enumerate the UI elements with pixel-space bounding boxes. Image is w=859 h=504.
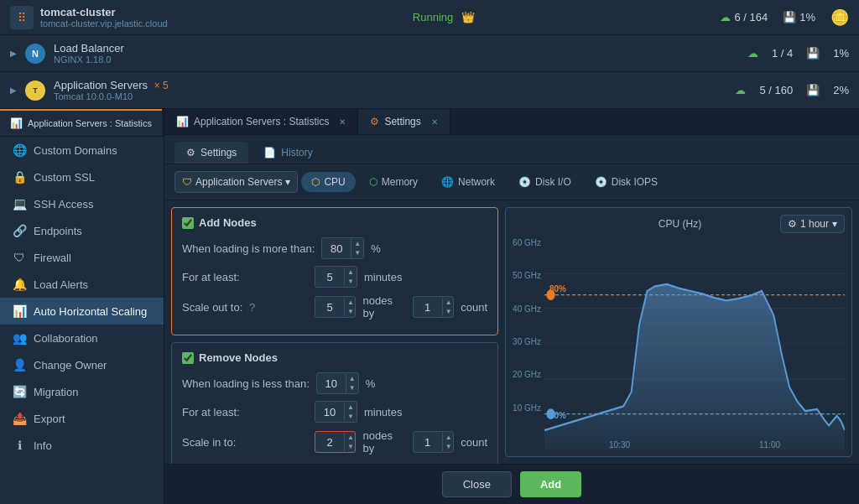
add-button[interactable]: Add [520, 471, 581, 497]
remove-loading-input[interactable]: ▲ ▼ [316, 372, 359, 394]
remove-forat-down[interactable]: ▼ [345, 412, 357, 421]
add-scaleby-input[interactable]: ▲ ▼ [413, 296, 454, 318]
add-scaleto-input[interactable]: ▲ ▼ [315, 296, 356, 318]
remove-loading-down[interactable]: ▼ [346, 383, 358, 392]
sidebar-item-change-owner[interactable]: 👤 Change Owner [0, 351, 164, 378]
sidebar-item-collaboration[interactable]: 👥 Collaboration [0, 325, 164, 351]
sidebar-item-info[interactable]: ℹ Info [0, 432, 164, 459]
remove-scaleto-value[interactable] [315, 436, 344, 449]
tab-statistics[interactable]: 📊 Application Servers : Statistics [0, 109, 162, 136]
y-label-40: 40 GHz [513, 304, 541, 314]
sidebar-item-load-alerts[interactable]: 🔔 Load Alerts [0, 271, 164, 298]
remove-scaleby-up[interactable]: ▲ [443, 433, 454, 442]
add-forat-up[interactable]: ▲ [345, 268, 357, 277]
chart-time-arrow: ▾ [832, 218, 837, 230]
sidebar-item-custom-domains[interactable]: 🌐 Custom Domains [0, 137, 164, 164]
remove-scaleby-down[interactable]: ▼ [443, 442, 454, 451]
close-button[interactable]: Close [442, 471, 512, 497]
remove-forat-value[interactable] [315, 406, 344, 418]
lb-expand-arrow[interactable]: ▶ [10, 49, 17, 58]
remove-scaleby-value[interactable] [414, 436, 442, 449]
remove-forat-unit: minutes [364, 406, 403, 418]
add-scaleto-up[interactable]: ▲ [345, 298, 356, 307]
remove-loading-up[interactable]: ▲ [346, 374, 358, 383]
migration-label: Migration [34, 386, 78, 398]
remove-forat-input[interactable]: ▲ ▼ [315, 401, 357, 423]
add-loading-row: When loading is more than: ▲ ▼ % [182, 237, 487, 259]
history-subtab-label: History [281, 147, 312, 158]
stats-close-icon[interactable]: ✕ [339, 117, 346, 127]
add-scaleto-down[interactable]: ▼ [345, 307, 356, 316]
custom-ssl-label: Custom SSL [34, 171, 95, 184]
as-count-badge: × 5 [154, 80, 169, 91]
sidebar-item-auto-scaling[interactable]: 📊 Auto Horizontal Scaling [0, 298, 164, 325]
panel-tab-bar: 📊 Application Servers : Statistics ✕ ⚙ S… [164, 109, 859, 135]
add-scaleby-value[interactable] [414, 301, 442, 314]
top-bar: ⠿ tomcat-cluster tomcat-cluster.vip.jela… [0, 0, 859, 35]
add-loading-value[interactable] [322, 242, 351, 255]
subtab-settings[interactable]: ⚙ Settings [174, 142, 248, 164]
metric-tab-memory[interactable]: ⬡ Memory [359, 172, 428, 192]
metric-tab-disk-io[interactable]: 💿 Disk I/O [508, 172, 581, 192]
server-selector[interactable]: 🛡 Application Servers ▾ [174, 171, 298, 193]
lb-disk-icon: 💾 [806, 47, 820, 60]
tab-settings-panel[interactable]: ⚙ Settings ✕ [358, 109, 450, 134]
chart-time-selector[interactable]: ⚙ 1 hour ▾ [780, 215, 845, 233]
sidebar-item-export[interactable]: 📤 Export [0, 405, 164, 432]
remove-scaleto-input[interactable]: ▲ ▼ [315, 431, 356, 453]
as-info: Application Servers × 5 Tomcat 10.0.0-M1… [54, 79, 169, 101]
remove-scaleto-down[interactable]: ▼ [345, 442, 356, 451]
metric-tab-cpu[interactable]: ⬡ CPU [301, 172, 355, 192]
export-icon: 📤 [12, 412, 27, 425]
settings-subtab-label: Settings [200, 147, 237, 158]
sidebar-item-custom-ssl[interactable]: 🔒 Custom SSL [0, 164, 164, 190]
load-balancer-row[interactable]: ▶ N Load Balancer NGINX 1.18.0 ☁ 1 / 4 💾… [0, 35, 859, 72]
add-scaleto-label: Scale out to: ? [182, 301, 308, 314]
remove-forat-up[interactable]: ▲ [345, 403, 357, 412]
remove-scaleby-input[interactable]: ▲ ▼ [413, 431, 454, 453]
remove-scaleby-unit: count [461, 436, 487, 449]
add-scaleto-value[interactable] [315, 301, 344, 314]
add-loading-input[interactable]: ▲ ▼ [321, 237, 364, 259]
add-forat-value[interactable] [315, 271, 344, 283]
collaboration-label: Collaboration [34, 332, 98, 345]
remove-loading-value[interactable] [317, 377, 346, 390]
cpu-tab-icon: ⬡ [311, 176, 320, 188]
status-section: Running 👑 [168, 11, 721, 23]
remove-nodes-title: Remove Nodes [199, 351, 278, 364]
add-forat-down[interactable]: ▼ [345, 277, 357, 286]
add-loading-up[interactable]: ▲ [351, 239, 363, 248]
status-crown-icon: 👑 [461, 11, 475, 23]
change-owner-icon: 👤 [12, 358, 27, 372]
metric-tab-disk-iops[interactable]: 💿 Disk IOPS [585, 172, 668, 192]
add-scaleby-up[interactable]: ▲ [443, 298, 454, 307]
add-scaleby-down[interactable]: ▼ [443, 307, 454, 316]
y-label-50: 50 GHz [513, 271, 541, 280]
app-servers-row[interactable]: ▶ T Application Servers × 5 Tomcat 10.0.… [0, 72, 859, 109]
firewall-icon: 🛡 [12, 251, 27, 264]
auto-scaling-label: Auto Horizontal Scaling [34, 305, 147, 318]
metric-tab-network[interactable]: 🌐 Network [431, 172, 505, 192]
remove-nodes-header: Remove Nodes [182, 351, 487, 364]
add-scaleto-help[interactable]: ? [249, 301, 255, 314]
auto-scaling-icon: 📊 [12, 304, 27, 318]
add-loading-down[interactable]: ▼ [351, 248, 363, 257]
remove-nodes-checkbox[interactable] [182, 352, 194, 364]
disk-icon: 💾 [783, 11, 796, 23]
add-forat-input[interactable]: ▲ ▼ [315, 266, 357, 288]
tab-app-stats[interactable]: 📊 Application Servers : Statistics ✕ [164, 109, 358, 134]
settings-close-icon[interactable]: ✕ [431, 117, 438, 127]
sidebar-item-migration[interactable]: 🔄 Migration [0, 378, 164, 405]
sidebar-item-firewall[interactable]: 🛡 Firewall [0, 244, 164, 271]
remove-scaleto-up[interactable]: ▲ [345, 433, 356, 442]
sidebar-menu: 🌐 Custom Domains 🔒 Custom SSL 💻 SSH Acce… [0, 137, 164, 504]
as-expand-arrow[interactable]: ▶ [10, 86, 17, 95]
sidebar-item-ssh[interactable]: 💻 SSH Access [0, 190, 164, 217]
gear-icon: ⚙ [788, 218, 797, 230]
info-label: Info [34, 439, 52, 452]
custom-domains-icon: 🌐 [12, 143, 27, 157]
cpu-area [544, 284, 845, 449]
sidebar-item-endpoints[interactable]: 🔗 Endpoints [0, 217, 164, 244]
subtab-history[interactable]: 📄 History [252, 142, 324, 164]
add-nodes-checkbox[interactable] [182, 217, 194, 229]
